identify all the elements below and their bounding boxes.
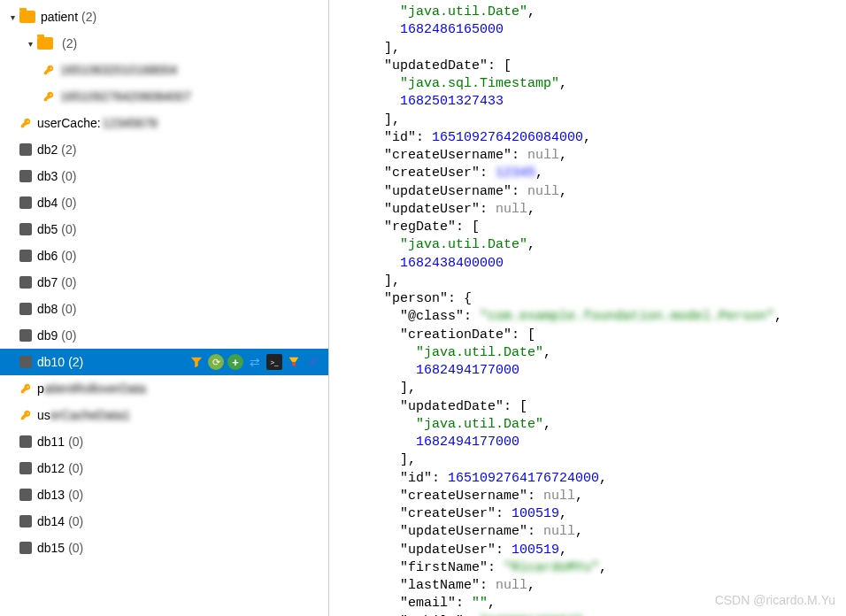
tree-key-1[interactable]: 16510632010168004: [0, 57, 328, 83]
tree-db-db7[interactable]: db7 (0): [0, 269, 328, 296]
tree-db-db2[interactable]: db2 (2): [0, 136, 328, 163]
code-line: "java.util.Date",: [329, 416, 846, 434]
tree-db-db15[interactable]: db15 (0): [0, 535, 328, 561]
tree-db-db12[interactable]: db12 (0): [0, 455, 328, 481]
db-count: (2): [68, 355, 83, 369]
tree-db-db6[interactable]: db6 (0): [0, 243, 328, 269]
tree-db-db4[interactable]: db4 (0): [0, 189, 328, 216]
key-label: 1651092764206084007: [60, 89, 191, 104]
spacer: [7, 171, 18, 181]
tree-key-usercache[interactable]: userCache: 12345678: [0, 110, 328, 136]
filter-icon[interactable]: [188, 354, 204, 370]
db-icon: [19, 223, 32, 235]
db-count: (2): [61, 142, 76, 157]
db-icon: [19, 143, 32, 156]
key-value: 12345678: [103, 116, 158, 130]
code-line: ],: [329, 40, 846, 58]
tree-db-db9[interactable]: db9 (0): [0, 322, 328, 349]
db-count: (0): [61, 249, 76, 263]
spacer: [7, 330, 18, 341]
spacer: [7, 436, 18, 447]
refresh-icon[interactable]: ⟳: [208, 354, 224, 370]
db-label: db7: [37, 275, 58, 289]
sync-icon[interactable]: ⇄: [247, 354, 263, 370]
db-label: db8: [37, 302, 58, 316]
key-icon: [19, 409, 32, 421]
code-line: "java.util.Date",: [329, 4, 846, 21]
tree-key-db10-1[interactable]: userCacheData1: [0, 402, 328, 428]
code-line: "firstName": "RicardoMYu",: [329, 559, 846, 577]
key-label: userCacheData1: [37, 408, 130, 422]
code-line: "mobile": "13800138007",: [329, 613, 846, 617]
db-label: db5: [37, 222, 58, 236]
db-count: (0): [68, 541, 83, 555]
db-icon: [19, 489, 32, 501]
funnel-icon[interactable]: [286, 354, 302, 370]
analyze-icon[interactable]: [305, 354, 321, 370]
code-line: "person": {: [329, 290, 846, 308]
db-toolbar: ⟳ + ⇄ >_: [188, 354, 328, 370]
db-label: db2: [37, 142, 58, 157]
db-icon: [19, 170, 32, 182]
code-line: "updateUser": null,: [329, 201, 846, 219]
folder-count: (2): [81, 10, 96, 24]
tree-db-db3[interactable]: db3 (0): [0, 163, 328, 189]
folder-icon: [19, 11, 35, 23]
tree-sidebar[interactable]: patient (2) (2) 16510632010168004 165109…: [0, 0, 329, 616]
tree-db-db13[interactable]: db13 (0): [0, 481, 328, 508]
spacer: [7, 410, 18, 420]
code-line: "java.util.Date",: [329, 344, 846, 362]
json-viewer[interactable]: "java.util.Date", 1682486165000 ], "upda…: [329, 0, 846, 616]
terminal-icon[interactable]: >_: [266, 354, 282, 370]
code-line: "java.util.Date",: [329, 236, 846, 254]
db-icon: [19, 435, 32, 448]
code-line: 1682494177000: [329, 362, 846, 380]
db-label: db3: [37, 169, 58, 183]
tree-db10[interactable]: db10 (2) ⟳ + ⇄ >_: [0, 349, 328, 375]
spacer: [7, 357, 18, 367]
key-label: userCache:: [37, 116, 101, 130]
tree-db-db5[interactable]: db5 (0): [0, 216, 328, 243]
spacer: [7, 543, 18, 553]
code-line: "creationDate": [: [329, 327, 846, 344]
code-line: "@class": "com.example.foundation.model.…: [329, 308, 846, 326]
tree-db-db8[interactable]: db8 (0): [0, 296, 328, 322]
code-line: ],: [329, 451, 846, 469]
db-icon: [19, 303, 32, 315]
db-icon: [19, 196, 32, 209]
key-label: patientRolloverData: [37, 381, 146, 396]
db-count: (0): [68, 514, 83, 528]
tree-db-db11[interactable]: db11 (0): [0, 428, 328, 455]
tree-folder-patient[interactable]: patient (2): [0, 4, 328, 30]
db-label: db14: [37, 514, 65, 528]
spacer: [7, 118, 18, 128]
db-icon: [19, 462, 32, 474]
spacer: [7, 489, 18, 500]
code-line: 1682494177000: [329, 434, 846, 451]
add-icon[interactable]: +: [227, 354, 243, 370]
code-line: ],: [329, 112, 846, 129]
folder-icon: [37, 37, 53, 50]
spacer: [7, 144, 18, 155]
chevron-down-icon: [7, 12, 18, 22]
tree-key-2[interactable]: 1651092764206084007: [0, 83, 328, 110]
tree-db-db14[interactable]: db14 (0): [0, 508, 328, 535]
code-line: 1682486165000: [329, 21, 846, 39]
spacer: [7, 277, 18, 288]
code-line: "id": 1651092764176724000,: [329, 470, 846, 488]
tree-key-db10-0[interactable]: patientRolloverData: [0, 375, 328, 402]
folder-label: patient: [41, 10, 78, 24]
tree-folder-sub[interactable]: (2): [0, 30, 328, 57]
spacer: [7, 250, 18, 261]
db-icon: [19, 329, 32, 342]
code-line: "createUser": 100519,: [329, 505, 846, 523]
db-label: db15: [37, 541, 65, 555]
db-count: (0): [61, 196, 76, 210]
code-line: "updateUsername": null,: [329, 183, 846, 201]
code-line: ],: [329, 273, 846, 290]
code-line: ],: [329, 380, 846, 397]
key-icon: [19, 382, 32, 395]
db-icon: [19, 276, 32, 289]
spacer: [7, 197, 18, 208]
db-count: (0): [68, 435, 83, 449]
